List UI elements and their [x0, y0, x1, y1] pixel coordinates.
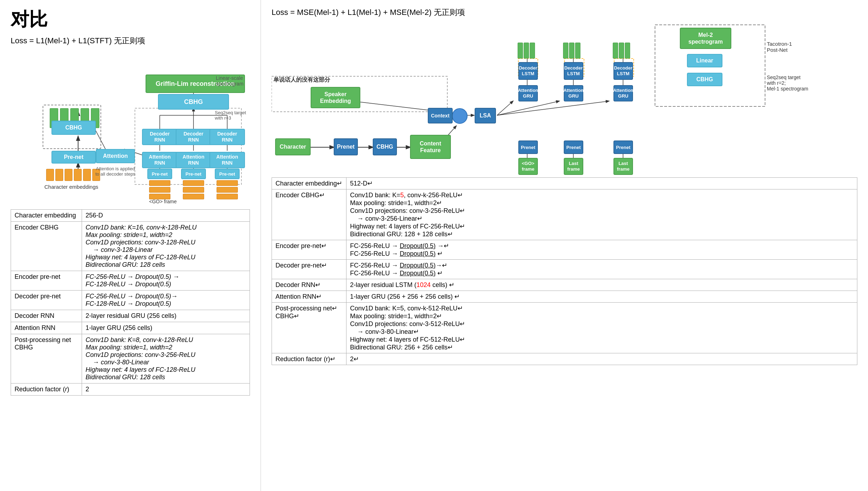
table-row: Decoder RNN↵ 2-layer residual LSTM (1024… [272, 279, 857, 291]
table-row: Decoder pre-net↵ FC-256-ReLU → Dropout(0… [272, 260, 857, 279]
table-cell-value: FC-256-ReLU → Dropout(0.5) →↵ FC-256-ReL… [346, 240, 857, 260]
table-cell-label: Decoder pre-net↵ [272, 260, 346, 279]
tacotron1-label: Tacotron-1Post-Net [767, 41, 792, 53]
encoder-dashed-box [43, 105, 101, 149]
table-cell-label: Reduction factor (r) [11, 384, 82, 396]
cbhg-box-left: CBHG [158, 94, 229, 110]
char-embed-label: Character embeddings [44, 184, 98, 190]
left-loss-formula: Loss = L1(Mel-1) + L1(STFT) 无正则项 [11, 35, 250, 46]
linear-scale-label: Linear-scalespectrogram [216, 75, 244, 87]
mel2-spectrogram: Mel-2spectrogram [680, 28, 731, 49]
table-row: Decoder pre-net FC-256-ReLU → Dropout(0.… [11, 291, 250, 310]
table-row: Reduction factor (r) 2 [11, 384, 250, 396]
att-rnn-1: AttentionRNN [142, 152, 178, 168]
prenet-small-2: Pre-net [181, 169, 206, 179]
table-cell-value: 2-layer residual LSTM (1024 cells) ↵ [346, 279, 857, 291]
dec-lstm-1: DecoderLSTM [518, 62, 538, 80]
prenet-right: Prenet [334, 138, 358, 155]
table-cell-value: 2-layer residual GRU (256 cells) [82, 310, 250, 322]
table-cell-value: FC-256-ReLU → Dropout(0.5) →FC-128-ReLU … [82, 271, 250, 291]
table-row: Encoder pre-net FC-256-ReLU → Dropout(0.… [11, 271, 250, 291]
content-feature-box: ContentFeature [410, 135, 451, 159]
table-cell-value: 2 [82, 384, 250, 396]
table-cell-label: Decoder RNN↵ [272, 279, 346, 291]
context-box: Context [428, 108, 453, 123]
table-cell-value: 2↵ [346, 353, 857, 365]
table-row: Post-processing net CBHG Conv1D bank: K=… [11, 334, 250, 384]
no-speaker-note: 单说话人的没有这部分 [273, 76, 330, 84]
table-row: Reduction factor (r)↵ 2↵ [272, 353, 857, 365]
left-specs-table: Character embedding 256-D Encoder CBHG C… [11, 209, 250, 396]
table-row: Character embedding↵ 512-D↵ [272, 178, 857, 189]
dec-lstm-3: DecoderLSTM [613, 62, 633, 80]
table-cell-label: Post-processing net CBHG [11, 334, 82, 384]
dec-lstm-2: DecoderLSTM [564, 62, 583, 80]
cbhg-right: CBHG [373, 138, 397, 155]
dec-prenet-1: Prenet [518, 140, 538, 154]
att-gru-3: AttentionGRU [613, 85, 633, 101]
attention-note: Attention is appliedto all decoder steps [91, 166, 140, 177]
table-cell-value: Conv1D bank: K=8, conv-k-128-ReLUMax poo… [82, 334, 250, 384]
right-arch-diagram: 单说话人的没有这部分 SpeakerEmbedding Character Pr… [272, 21, 857, 174]
decoder-rnn-1: DecoderRNN [142, 129, 178, 145]
input-frames-3 [217, 180, 238, 199]
table-cell-label: Attention RNN [11, 322, 82, 334]
table-cell-label: Reduction factor (r)↵ [272, 353, 346, 365]
table-cell-value: Conv1D bank: K=5, conv-k-256-ReLU↵ Max p… [346, 189, 857, 240]
input-frames-2 [183, 180, 204, 199]
decoder-rnn-2: DecoderRNN [176, 129, 211, 145]
cbhg-postnet: CBHG [687, 73, 722, 86]
table-row: Character embedding 256-D [11, 210, 250, 222]
seq2seq-label: Seq2seq targetwith r=3 [215, 110, 246, 121]
table-row: Decoder RNN 2-layer residual GRU (256 ce… [11, 310, 250, 322]
left-arch-diagram: Griffin-Lim reconstruction Linear-scales… [11, 53, 250, 202]
mel1-visual-1 [518, 43, 535, 59]
table-cell-label: Decoder pre-net [11, 291, 82, 310]
table-cell-label: Encoder pre-net↵ [272, 240, 346, 260]
left-panel: 对比 Loss = L1(Mel-1) + L1(STFT) 无正则项 [0, 0, 261, 491]
table-cell-label: Encoder pre-net [11, 271, 82, 291]
context-circle [452, 108, 468, 124]
table-row: Attention RNN 1-layer GRU (256 cells) [11, 322, 250, 334]
table-cell-label: Character embedding [11, 210, 82, 222]
table-row: Attention RNN↵ 1-layer GRU (256 + 256 + … [272, 291, 857, 303]
right-panel: Loss = MSE(Mel-1) + L1(Mel-1) + MSE(Mel-… [261, 0, 868, 491]
table-cell-value: Conv1D bank: K=5, conv-k-512-ReLU↵ Max p… [346, 303, 857, 353]
table-row: Post-processing net↵ CBHG↵ Conv1D bank: … [272, 303, 857, 353]
input-frames-1 [149, 180, 170, 199]
right-loss-formula: Loss = MSE(Mel-1) + L1(Mel-1) + MSE(Mel-… [272, 7, 857, 18]
right-specs-table: Character embedding↵ 512-D↵ Encoder CBHG… [272, 177, 857, 365]
table-cell-value: 512-D↵ [346, 178, 857, 189]
table-cell-label: Attention RNN↵ [272, 291, 346, 303]
prenet-small-3: Pre-net [215, 169, 240, 179]
att-rnn-2: AttentionRNN [176, 152, 211, 168]
main-container: 对比 Loss = L1(Mel-1) + L1(STFT) 无正则项 [0, 0, 868, 491]
attention-box: Attention [96, 149, 135, 163]
svg-line-27 [497, 101, 609, 115]
svg-line-26 [497, 101, 559, 115]
dec-prenet-3: Prenet [613, 140, 633, 154]
att-gru-1: AttentionGRU [518, 85, 538, 101]
decoder-rnn-3: DecoderRNN [209, 129, 245, 145]
table-cell-value: 1-layer GRU (256 cells) [82, 322, 250, 334]
last-frame-1: Lastframe [564, 158, 583, 175]
table-cell-label: Encoder CBHG↵ [272, 189, 346, 240]
speaker-embedding-box: SpeakerEmbedding [311, 87, 360, 108]
right-table-container: Character embedding↵ 512-D↵ Encoder CBHG… [272, 177, 857, 484]
table-cell-value: FC-256-ReLU → Dropout(0.5)→↵ FC-256-ReLU… [346, 260, 857, 279]
table-cell-label: Decoder RNN [11, 310, 82, 322]
svg-line-25 [497, 101, 513, 115]
table-cell-label: Encoder CBHG [11, 222, 82, 271]
left-title: 对比 [11, 7, 250, 32]
table-cell-value: 256-D [82, 210, 250, 222]
last-frame-2: Lastframe [613, 158, 633, 175]
table-cell-value: 1-layer GRU (256 + 256 + 256 cells) ↵ [346, 291, 857, 303]
prenet-small-1: Pre-net [147, 169, 172, 179]
linear-box: Linear [687, 54, 722, 67]
table-row: Encoder CBHG Conv1D bank: K=16, conv-k-1… [11, 222, 250, 271]
go-frame-right: <GO>frame [518, 158, 538, 175]
mel1-visual-3 [613, 43, 630, 59]
dec-prenet-2: Prenet [564, 140, 583, 154]
mel1-visual-2 [563, 43, 580, 59]
table-row: Encoder CBHG↵ Conv1D bank: K=5, conv-k-2… [272, 189, 857, 240]
